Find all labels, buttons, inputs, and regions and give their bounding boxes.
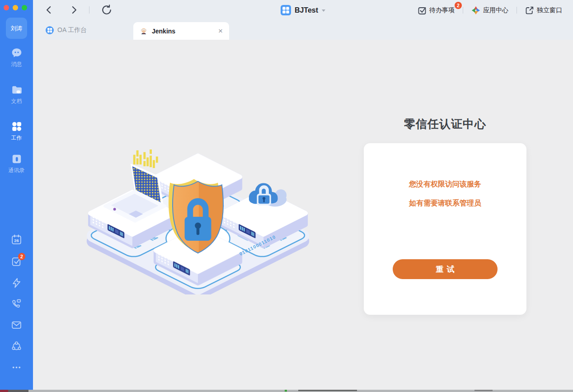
sidebar-item-label: 工作 — [0, 134, 33, 142]
titlebar-divider — [463, 7, 463, 14]
sidebar-item-work[interactable]: 工作 — [0, 121, 33, 142]
video-phone-icon — [11, 298, 22, 309]
auth-card: 您没有权限访问该服务 如有需要请联系管理员 重试 — [364, 143, 526, 315]
lightning-icon — [11, 277, 22, 289]
permission-denied-message: 您没有权限访问该服务 — [364, 180, 526, 189]
sidebar-tool-mail[interactable] — [11, 319, 22, 331]
workspace-grid-icon — [281, 5, 291, 15]
todo-items-badge: 2 — [455, 2, 462, 9]
sidebar-tool-video-call[interactable] — [11, 298, 22, 309]
avatar-label: 刘涛 — [11, 24, 23, 33]
workspace-name: BJTest — [295, 6, 318, 14]
sidebar-tool-community[interactable] — [11, 341, 22, 352]
tab-oa-workbench[interactable]: OA 工作台 — [46, 20, 87, 40]
sidebar: 刘涛 消息 文档 工作 — [0, 0, 33, 390]
laptop-graphic — [105, 149, 165, 221]
tabbar: OA 工作台 Jenkins × — [33, 20, 573, 40]
open-new-window-icon — [525, 6, 534, 15]
tab-label: Jenkins — [152, 28, 175, 35]
jenkins-butler-icon — [140, 27, 148, 35]
minimize-window-button[interactable] — [13, 5, 18, 10]
app-center-button[interactable]: 应用中心 — [467, 6, 513, 15]
check-square-icon — [418, 6, 427, 15]
zero-trust-illustration: 0101100011010 — [83, 138, 313, 294]
tab-close-icon[interactable]: × — [218, 27, 223, 35]
envelope-icon — [11, 319, 22, 331]
standalone-window-label: 独立窗口 — [537, 6, 562, 14]
folder-icon — [11, 84, 23, 96]
sidebar-item-label: 消息 — [0, 61, 33, 68]
sidebar-tool-more[interactable] — [11, 362, 22, 373]
page-title: 零信任认证中心 — [364, 117, 526, 131]
titlebar: BJTest 待办事项 2 应用中心 — [33, 0, 573, 20]
titlebar-divider — [517, 7, 517, 14]
sidebar-tool-todo[interactable]: 2 — [11, 256, 22, 267]
todo-badge: 2 — [18, 253, 25, 260]
ellipsis-icon — [11, 362, 22, 373]
secure-cloud-graphic — [249, 183, 286, 206]
people-network-icon — [11, 341, 22, 352]
calendar-icon: 26 — [11, 234, 22, 245]
retry-button[interactable]: 重试 — [393, 259, 498, 279]
contact-admin-message: 如有需要请联系管理员 — [364, 199, 526, 208]
sidebar-item-label: 通讯录 — [0, 167, 33, 174]
app-window: 刘涛 消息 文档 工作 — [0, 0, 573, 392]
avatar[interactable]: 刘涛 — [6, 18, 27, 39]
calendar-day-number: 26 — [14, 238, 19, 243]
sidebar-item-messages[interactable]: 消息 — [0, 47, 33, 68]
sidebar-tool-calendar[interactable]: 26 — [11, 234, 22, 245]
sidebar-tool-workflow[interactable] — [11, 277, 22, 289]
chevron-down-icon — [322, 9, 325, 12]
standalone-window-button[interactable]: 独立窗口 — [521, 6, 567, 15]
close-window-button[interactable] — [4, 5, 9, 10]
app-center-label: 应用中心 — [483, 6, 508, 14]
sidebar-item-label: 文档 — [0, 98, 33, 105]
maximize-window-button[interactable] — [22, 5, 27, 10]
contacts-book-icon — [11, 153, 23, 165]
workbench-grid-icon — [46, 26, 54, 34]
sidebar-item-docs[interactable]: 文档 — [0, 84, 33, 105]
main-content: 0101100011010 零信任认证中心 您没有权限访问该服务 如有需要请联系… — [33, 40, 573, 390]
workbench-clover-icon — [11, 121, 23, 132]
window-controls — [4, 5, 27, 10]
chat-bubble-icon — [11, 47, 23, 59]
tab-jenkins[interactable]: Jenkins × — [133, 22, 229, 40]
todo-items-button[interactable]: 待办事项 2 — [413, 6, 459, 15]
titlebar-actions: 待办事项 2 应用中心 独立窗口 — [413, 0, 567, 20]
app-center-pinwheel-icon — [471, 6, 480, 15]
todo-items-label: 待办事项 — [429, 6, 455, 14]
sidebar-item-contacts[interactable]: 通讯录 — [0, 153, 33, 174]
tab-label: OA 工作台 — [57, 26, 87, 34]
background-window-sliver — [0, 390, 573, 392]
